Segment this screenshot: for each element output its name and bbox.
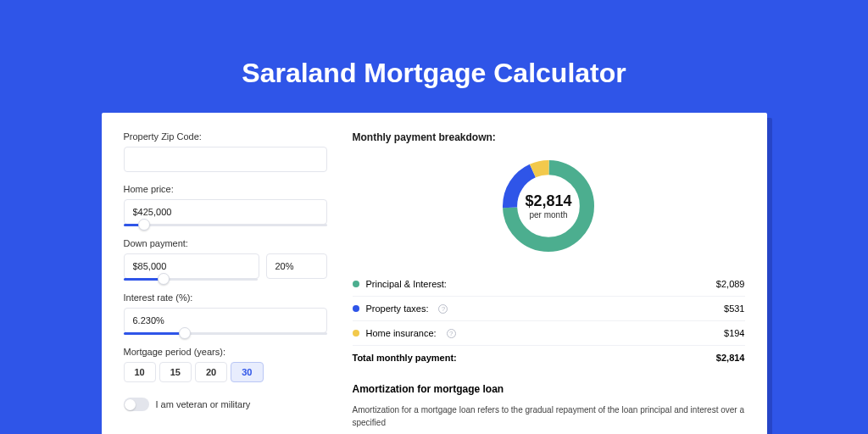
slider-handle[interactable] xyxy=(179,327,191,339)
donut-amount: $2,814 xyxy=(525,192,571,210)
interest-input[interactable] xyxy=(124,308,327,333)
interest-slider[interactable] xyxy=(124,332,327,335)
form-column: Property Zip Code: Home price: Down paym… xyxy=(124,131,327,434)
calculator-card: Property Zip Code: Home price: Down paym… xyxy=(102,113,767,434)
interest-field: Interest rate (%): xyxy=(124,292,327,335)
legend-label: Property taxes: xyxy=(366,303,429,314)
dot-icon xyxy=(353,330,359,337)
amort-title: Amortization for mortgage loan xyxy=(353,383,745,395)
breakdown-legend: Principal & Interest: $2,089 Property ta… xyxy=(353,272,745,370)
home-price-label: Home price: xyxy=(124,184,327,194)
period-20-button[interactable]: 20 xyxy=(195,362,227,382)
zip-input[interactable] xyxy=(124,147,327,172)
home-price-input[interactable] xyxy=(124,199,327,225)
period-15-button[interactable]: 15 xyxy=(159,362,192,382)
period-label: Mortgage period (years): xyxy=(124,347,327,357)
breakdown-title: Monthly payment breakdown: xyxy=(353,131,745,143)
legend-label: Home insurance: xyxy=(366,328,437,338)
down-payment-input[interactable] xyxy=(124,253,259,279)
legend-value: $531 xyxy=(724,303,744,314)
period-30-button[interactable]: 30 xyxy=(231,362,263,382)
down-payment-slider[interactable] xyxy=(124,278,258,281)
period-field: Mortgage period (years): 10 15 20 30 xyxy=(124,347,327,382)
legend-label: Total monthly payment: xyxy=(353,353,457,363)
legend-value: $2,814 xyxy=(716,353,745,363)
info-icon[interactable]: ? xyxy=(438,304,448,314)
legend-row-principal: Principal & Interest: $2,089 xyxy=(353,272,745,297)
slider-handle[interactable] xyxy=(158,273,170,285)
period-buttons: 10 15 20 30 xyxy=(124,362,327,382)
legend-label: Principal & Interest: xyxy=(366,279,447,289)
veteran-label: I am veteran or military xyxy=(156,399,251,409)
legend-row-taxes: Property taxes: ? $531 xyxy=(353,297,745,321)
donut-sub: per month xyxy=(529,210,567,220)
amort-text: Amortization for a mortgage loan refers … xyxy=(353,403,745,429)
period-10-button[interactable]: 10 xyxy=(124,362,156,382)
legend-row-insurance: Home insurance: ? $194 xyxy=(353,321,745,346)
zip-field: Property Zip Code: xyxy=(124,131,327,172)
down-payment-pct-input[interactable] xyxy=(266,253,327,279)
legend-value: $2,089 xyxy=(716,279,745,289)
slider-handle[interactable] xyxy=(138,219,150,231)
home-price-slider[interactable] xyxy=(124,224,327,226)
zip-label: Property Zip Code: xyxy=(124,131,327,142)
interest-label: Interest rate (%): xyxy=(124,292,327,303)
donut-chart: $2,814 per month xyxy=(353,155,745,257)
legend-value: $194 xyxy=(724,328,744,338)
home-price-field: Home price: xyxy=(124,184,327,226)
breakdown-column: Monthly payment breakdown: $2,814 per mo… xyxy=(353,131,745,434)
down-payment-field: Down payment: xyxy=(124,238,327,281)
veteran-field: I am veteran or military xyxy=(124,398,327,411)
legend-row-total: Total monthly payment: $2,814 xyxy=(353,346,745,370)
dot-icon xyxy=(353,281,359,287)
dot-icon xyxy=(353,305,359,312)
veteran-toggle[interactable] xyxy=(124,398,149,411)
info-icon[interactable]: ? xyxy=(447,329,456,338)
down-payment-label: Down payment: xyxy=(124,238,327,248)
toggle-knob xyxy=(125,399,136,410)
page-title: Saraland Mortgage Calculator xyxy=(0,0,868,113)
